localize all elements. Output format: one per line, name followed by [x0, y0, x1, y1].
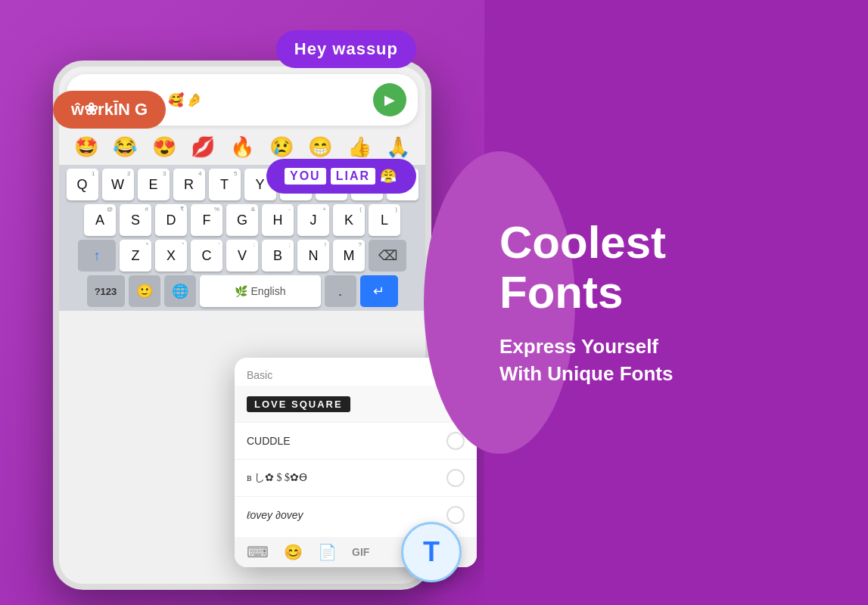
right-content: Coolest Fonts Express Yourself With Uniq… — [499, 218, 830, 388]
phone-container: Hey wassup ŵ❀rkĪN G YOU LIAR 😤 TRUST ME … — [30, 15, 454, 590]
key-M[interactable]: ?M — [333, 240, 365, 271]
font-item-cuddle[interactable]: CUDDLE — [235, 423, 477, 460]
key-row-3: ↑ *Z "X 'C :V ;B !N ?M ⌫ — [63, 240, 422, 271]
emoji-panel-icon[interactable]: 😊 — [284, 543, 303, 561]
key-N[interactable]: !N — [297, 240, 329, 271]
key-row-4: ?123 🙂 🌐 🌿 English . ↵ — [63, 275, 422, 307]
sticker-panel-icon[interactable]: 📄 — [318, 543, 337, 561]
bubble-hey-wassup: Hey wassup — [276, 30, 416, 68]
space-key[interactable]: 🌿 English — [200, 275, 321, 307]
key-C[interactable]: 'C — [191, 240, 222, 271]
bubble-you-liar: YOU LIAR 😤 — [266, 159, 416, 194]
emoji-key[interactable]: 🙂 — [129, 275, 160, 307]
subheadline: Express Yourself With Unique Fonts — [499, 333, 830, 388]
bubble-working: ŵ❀rkĪN G — [53, 91, 166, 129]
headline: Coolest Fonts — [499, 218, 830, 318]
shift-key[interactable]: ↑ — [78, 240, 116, 271]
font-item-special[interactable]: в し✿ $ $✿ϴ — [235, 460, 477, 497]
right-panel: Coolest Fonts Express Yourself With Uniq… — [484, 0, 868, 605]
numbers-key[interactable]: ?123 — [87, 275, 125, 307]
unselected-radio-2 — [446, 469, 465, 487]
key-B[interactable]: ;B — [262, 240, 294, 271]
enter-key[interactable]: ↵ — [360, 275, 398, 307]
delete-key[interactable]: ⌫ — [369, 240, 406, 271]
key-X[interactable]: "X — [155, 240, 187, 271]
key-Z[interactable]: *Z — [120, 240, 151, 271]
t-font-button[interactable]: T — [401, 522, 462, 582]
unselected-radio-3 — [446, 506, 465, 524]
left-panel: Hey wassup ŵ❀rkĪN G YOU LIAR 😤 TRUST ME … — [0, 0, 484, 605]
period-key[interactable]: . — [325, 275, 356, 307]
key-V[interactable]: :V — [226, 240, 258, 271]
globe-key[interactable]: 🌐 — [164, 275, 196, 307]
gif-panel-icon[interactable]: GIF — [352, 546, 369, 558]
keyboard-panel-icon[interactable]: ⌨ — [247, 543, 269, 561]
